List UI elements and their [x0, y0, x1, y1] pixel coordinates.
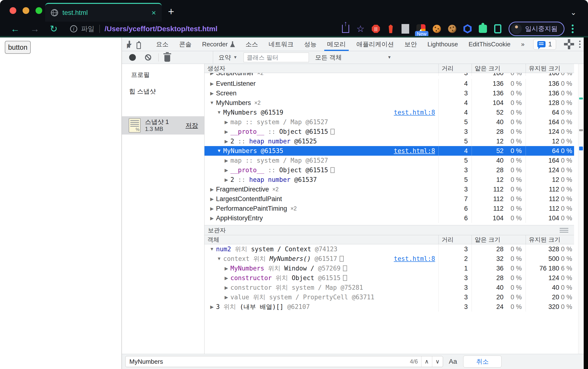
- expanded-triangle-icon[interactable]: ▼: [208, 246, 216, 252]
- retainers-menu-icon[interactable]: [560, 227, 568, 234]
- objects-select-value[interactable]: 모든 객체: [315, 53, 342, 62]
- collapsed-triangle-icon[interactable]: ▶: [208, 196, 216, 202]
- cookie-editor-extension-icon[interactable]: [448, 25, 456, 33]
- col-constructor[interactable]: 생성자: [205, 64, 439, 73]
- record-heap-icon[interactable]: [129, 54, 136, 61]
- heap-constructor-row[interactable]: ▼MyNumbers @61519test.html:84520 %640 %: [205, 108, 574, 117]
- search-prev-icon[interactable]: ∧: [421, 356, 432, 367]
- overview-scrollbar[interactable]: [578, 64, 584, 359]
- device-toolbar-icon[interactable]: [138, 41, 140, 47]
- heap-constructor-row[interactable]: ▶ScriptRunner×231600 %1600 %: [205, 73, 574, 79]
- extensions-puzzle-icon[interactable]: [479, 25, 487, 33]
- heap-constructor-row[interactable]: ▶PerformancePaintTiming×261120 %1120 %: [205, 204, 574, 213]
- retainer-row[interactable]: ▼context 위치 MyNumbers() @61517test.html:…: [205, 254, 574, 264]
- collapsed-triangle-icon[interactable]: ▶: [222, 275, 230, 281]
- forward-button[interactable]: →: [30, 24, 39, 33]
- tab-close-icon[interactable]: ×: [151, 9, 156, 17]
- heap-constructor-row[interactable]: ▶LargestContentfulPaint71120 %1120 %: [205, 194, 574, 204]
- devtools-tab-7[interactable]: 애플리케이션: [351, 38, 399, 51]
- devtools-tab-4[interactable]: 네트워크: [263, 38, 299, 51]
- collapsed-triangle-icon[interactable]: ▶: [208, 206, 216, 211]
- collapsed-triangle-icon[interactable]: ▶: [222, 119, 230, 125]
- heap-constructor-row[interactable]: ▶__proto__ :: Object @615153280 %1240 %: [205, 127, 574, 136]
- collapsed-triangle-icon[interactable]: ▶: [208, 304, 216, 310]
- new-tab-button[interactable]: +: [168, 6, 174, 17]
- sidebar-extension-icon[interactable]: [494, 24, 501, 33]
- source-location-link[interactable]: test.html:8: [394, 109, 439, 116]
- heap-constructor-row[interactable]: ▶map :: system / Map @615275400 %1640 %: [205, 156, 574, 165]
- devtools-tab-8[interactable]: 보안: [399, 38, 422, 51]
- view-select-label[interactable]: 요약: [218, 53, 231, 62]
- share-icon[interactable]: ↑: [342, 25, 349, 33]
- collapsed-triangle-icon[interactable]: ▶: [222, 158, 230, 163]
- collapsed-triangle-icon[interactable]: ▶: [208, 73, 216, 76]
- heap-constructor-row[interactable]: ▶Screen31360 %1360 %: [205, 88, 574, 98]
- browser-menu-icon[interactable]: [572, 24, 574, 33]
- clear-icon[interactable]: [145, 54, 151, 61]
- retainer-row[interactable]: ▶constructor 위치 system / Map @752813400 …: [205, 283, 574, 292]
- devtools-tab-6[interactable]: 메모리: [322, 38, 351, 51]
- devtools-tab-1[interactable]: 콘솔: [174, 38, 197, 51]
- maximize-window-button[interactable]: [36, 7, 42, 14]
- cookie-extension-icon[interactable]: [433, 25, 441, 33]
- devtools-tab-3[interactable]: 소스: [240, 38, 263, 51]
- col-retained-size[interactable]: 유지된 크기: [526, 235, 574, 244]
- bookmark-star-icon[interactable]: ☆: [356, 23, 364, 34]
- heap-constructor-row[interactable]: ▶EventListener41360 %1360 %: [205, 79, 574, 88]
- heap-constructor-row[interactable]: ▼MyNumbers×241040 %1280 %: [205, 98, 574, 108]
- source-location-link[interactable]: test.html:8: [394, 147, 439, 154]
- adblock-extension-icon[interactable]: |||: [372, 25, 380, 33]
- heap-constructor-row[interactable]: ▼MyNumbers @61535test.html:84520 %640 %: [205, 146, 574, 156]
- devtools-tab-0[interactable]: 요소: [151, 38, 174, 51]
- search-next-icon[interactable]: ∨: [432, 356, 443, 367]
- collapsed-triangle-icon[interactable]: ▶: [222, 139, 230, 144]
- lighthouse-extension-icon[interactable]: [387, 24, 394, 33]
- address-bar[interactable]: i 파일 /Users/yceffort/Desktop/test.html: [70, 24, 217, 33]
- collapsed-triangle-icon[interactable]: ▶: [222, 285, 230, 290]
- search-input[interactable]: [126, 358, 410, 365]
- view-select-chevron-icon[interactable]: ▼: [233, 55, 237, 60]
- page-button[interactable]: button: [5, 41, 31, 54]
- devtools-menu-icon[interactable]: [579, 41, 580, 48]
- delete-snapshot-icon[interactable]: [164, 55, 170, 62]
- collapsed-triangle-icon[interactable]: ▶: [208, 81, 216, 86]
- col-distance[interactable]: 거리: [439, 64, 472, 73]
- col-object[interactable]: 객체: [205, 235, 439, 244]
- devtools-tab-5[interactable]: 성능: [299, 38, 322, 51]
- heap-constructor-row[interactable]: ▶AppHistoryEntry61040 %1040 %: [205, 213, 574, 223]
- col-shallow-size[interactable]: 얕은 크기: [472, 235, 526, 244]
- col-distance[interactable]: 거리: [439, 235, 472, 244]
- source-location-link[interactable]: test.html:8: [394, 255, 439, 262]
- url-text[interactable]: /Users/yceffort/Desktop/test.html: [105, 25, 217, 33]
- retainer-row[interactable]: ▶3 위치 (내부 배열)[] @621073240 %3200 %: [205, 302, 574, 312]
- collapsed-triangle-icon[interactable]: ▶: [222, 177, 230, 183]
- collapsed-triangle-icon[interactable]: ▶: [208, 187, 216, 192]
- expanded-triangle-icon[interactable]: ▼: [215, 148, 223, 154]
- heap-constructor-row[interactable]: ▶2 :: heap number @615375120 %120 %: [205, 175, 574, 184]
- profile-chip[interactable]: 일시중지됨: [509, 22, 565, 36]
- heap-constructor-row[interactable]: ▶2 :: heap number @615255120 %120 %: [205, 136, 574, 146]
- issues-button[interactable]: 1: [533, 39, 556, 50]
- retainer-row[interactable]: ▼num2 위치 system / Context @741233280 %32…: [205, 244, 574, 254]
- collapsed-triangle-icon[interactable]: ▶: [222, 295, 230, 300]
- heap-constructor-row[interactable]: ▶map :: system / Map @615275400 %1640 %: [205, 117, 574, 127]
- devtools-tab-2[interactable]: Recorder: [197, 38, 240, 51]
- objects-select-chevron-icon[interactable]: ▼: [387, 55, 392, 60]
- tab-search-chevron-icon[interactable]: ⌄: [570, 8, 577, 17]
- screenshot-extension-icon[interactable]: [402, 24, 409, 34]
- expanded-triangle-icon[interactable]: ▼: [215, 256, 223, 261]
- inspect-element-icon[interactable]: ◤: [129, 41, 130, 48]
- site-info-icon[interactable]: i: [70, 25, 77, 32]
- retainer-row[interactable]: ▶constructor 위치 Object @615153280 %1240 …: [205, 273, 574, 283]
- expanded-triangle-icon[interactable]: ▼: [215, 110, 223, 115]
- class-filter-input[interactable]: [244, 53, 309, 62]
- retainer-row[interactable]: ▶value 위치 system / PropertyCell @6371132…: [205, 292, 574, 302]
- heap-constructor-row[interactable]: ▶FragmentDirective×231120 %1120 %: [205, 184, 574, 194]
- heap-constructor-row[interactable]: ▶__proto__ :: Object @615153280 %1240 %: [205, 165, 574, 175]
- collapsed-triangle-icon[interactable]: ▶: [222, 266, 230, 271]
- back-button[interactable]: ←: [10, 24, 20, 33]
- collapsed-triangle-icon[interactable]: ▶: [208, 215, 216, 221]
- reload-button[interactable]: ↻: [50, 24, 58, 33]
- devtools-tab-9[interactable]: Lighthouse: [422, 38, 463, 51]
- new-badged-extension-icon[interactable]: New: [416, 24, 426, 33]
